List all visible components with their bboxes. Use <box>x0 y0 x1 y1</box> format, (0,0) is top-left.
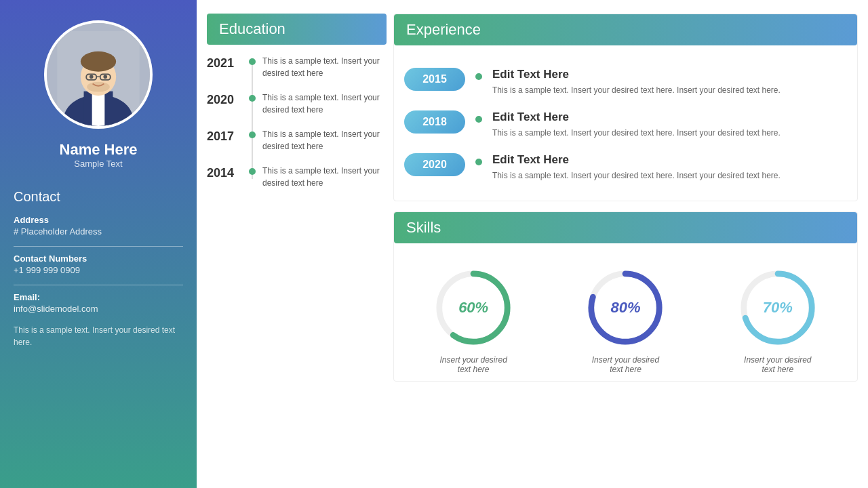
education-item: 2020 This is a sample text. Insert your … <box>207 92 387 116</box>
skills-header: Skills <box>394 212 857 243</box>
skill-circle: 60% <box>433 267 514 348</box>
education-title: Education <box>219 20 285 38</box>
exp-dot <box>475 116 482 123</box>
exp-desc: This is a sample text. Insert your desir… <box>492 127 847 139</box>
edu-text: This is a sample text. Insert your desir… <box>262 128 387 152</box>
avatar-image <box>47 23 150 126</box>
email-value: info@slidemodel.com <box>14 304 183 314</box>
main-content: Education 2021 This is a sample text. In… <box>197 0 868 488</box>
education-item: 2017 This is a sample text. Insert your … <box>207 128 387 152</box>
skill-percent: 80% <box>610 299 640 317</box>
svg-point-9 <box>90 75 94 79</box>
contact-email: Email: info@slidemodel.com <box>14 292 183 314</box>
phone-label: Contact Numbers <box>14 253 183 264</box>
exp-heading: Edit Text Here <box>492 68 847 81</box>
phone-value: +1 999 999 0909 <box>14 265 183 275</box>
edu-dot <box>249 168 256 175</box>
experience-header: Experience <box>394 14 857 45</box>
skill-item: 80% Insert your desiredtext here <box>585 267 666 374</box>
edu-dot <box>249 95 256 102</box>
experience-item: 2018 Edit Text Here This is a sample tex… <box>404 105 847 144</box>
avatar <box>44 20 153 129</box>
svg-point-10 <box>103 75 107 79</box>
edu-text: This is a sample text. Insert your desir… <box>262 165 387 189</box>
profile-name: Name Here <box>60 141 138 159</box>
exp-dot <box>475 159 482 165</box>
exp-year-badge: 2018 <box>404 110 465 134</box>
skills-items: 60% Insert your desiredtext here 80% Ins… <box>394 253 857 381</box>
experience-section: Experience 2015 Edit Text Here This is a… <box>393 14 858 201</box>
email-label: Email: <box>14 292 183 302</box>
skill-circle: 80% <box>585 267 666 348</box>
address-label: Address <box>14 215 183 225</box>
edu-text: This is a sample text. Insert your desir… <box>262 55 387 79</box>
experience-items: 2015 Edit Text Here This is a sample tex… <box>394 56 857 194</box>
education-item: 2021 This is a sample text. Insert your … <box>207 55 387 79</box>
svg-point-5 <box>81 52 116 72</box>
exp-content: Edit Text Here This is a sample text. In… <box>492 110 847 139</box>
skill-item: 70% Insert your desiredtext here <box>737 267 818 374</box>
contact-phone: Contact Numbers +1 999 999 0909 <box>14 253 183 275</box>
exp-desc: This is a sample text. Insert your desir… <box>492 84 847 96</box>
exp-year-badge: 2015 <box>404 68 465 91</box>
exp-heading: Edit Text Here <box>492 153 847 167</box>
education-section: Education 2021 This is a sample text. In… <box>207 14 387 474</box>
edu-year: 2014 <box>207 165 242 180</box>
skill-circle: 70% <box>737 267 818 348</box>
edu-dot <box>249 131 256 138</box>
education-timeline: 2021 This is a sample text. Insert your … <box>207 55 387 474</box>
edu-year: 2020 <box>207 92 242 107</box>
sidebar: Name Here Sample Text Contact Address # … <box>0 0 197 488</box>
divider-1 <box>14 246 183 247</box>
right-column: Experience 2015 Edit Text Here This is a… <box>393 14 858 474</box>
exp-desc: This is a sample text. Insert your desir… <box>492 169 847 182</box>
edu-year: 2021 <box>207 55 242 70</box>
skill-label: Insert your desiredtext here <box>744 355 811 374</box>
exp-content: Edit Text Here This is a sample text. In… <box>492 68 847 96</box>
profile-subtitle: Sample Text <box>74 159 122 169</box>
education-item: 2014 This is a sample text. Insert your … <box>207 165 387 189</box>
edu-text: This is a sample text. Insert your desir… <box>262 92 387 116</box>
skill-percent: 60% <box>458 299 488 317</box>
edu-year: 2017 <box>207 128 242 144</box>
address-value: # Placeholder Address <box>14 226 183 237</box>
experience-item: 2020 Edit Text Here This is a sample tex… <box>404 148 847 187</box>
experience-item: 2015 Edit Text Here This is a sample tex… <box>404 62 847 102</box>
education-header: Education <box>207 14 387 45</box>
skill-item: 60% Insert your desiredtext here <box>433 267 514 374</box>
skill-label: Insert your desiredtext here <box>439 355 507 374</box>
exp-heading: Edit Text Here <box>492 110 847 124</box>
exp-year-badge: 2020 <box>404 153 465 176</box>
divider-2 <box>14 285 183 285</box>
contact-address: Address # Placeholder Address <box>14 215 183 237</box>
exp-dot <box>475 73 482 80</box>
svg-point-11 <box>87 82 110 92</box>
skills-title: Skills <box>406 219 441 237</box>
skill-label: Insert your desiredtext here <box>592 355 659 374</box>
edu-dot <box>249 58 256 65</box>
sidebar-footer: This is a sample text. Insert your desir… <box>14 324 183 348</box>
contact-title: Contact <box>14 189 183 205</box>
skills-section: Skills 60% Insert your desiredtext here … <box>393 211 858 382</box>
contact-section: Contact Address # Placeholder Address Co… <box>14 189 183 348</box>
exp-content: Edit Text Here This is a sample text. In… <box>492 153 847 182</box>
experience-title: Experience <box>406 21 481 39</box>
svg-rect-3 <box>92 92 105 126</box>
skill-percent: 70% <box>763 299 793 317</box>
